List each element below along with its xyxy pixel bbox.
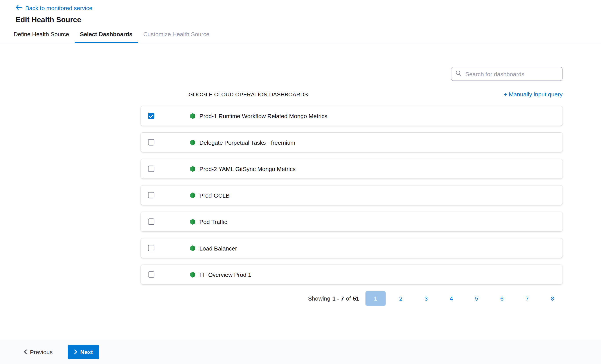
dashboard-label: Load Balancer	[200, 245, 237, 251]
chevron-left-icon	[24, 349, 27, 355]
edit-health-source-page: Back to monitored service Edit Health So…	[0, 0, 601, 364]
search-icon	[455, 70, 461, 78]
showing-total: 51	[353, 295, 359, 302]
dashboard-hexagon-icon	[190, 245, 196, 251]
previous-button-label: Previous	[30, 349, 52, 355]
page-button-8[interactable]: 8	[542, 291, 563, 306]
page-button-4[interactable]: 4	[441, 291, 461, 306]
dashboard-checkbox[interactable]	[148, 166, 154, 172]
page-title: Edit Health Source	[16, 16, 601, 24]
dashboard-row-main: Delegate Perpetual Tasks - freemium	[190, 139, 295, 146]
dashboard-checkbox[interactable]	[148, 271, 154, 277]
dashboard-search-box	[451, 67, 562, 81]
next-button-label: Next	[80, 349, 93, 355]
dashboard-label: Prod-1 Runtime Workflow Related Mongo Me…	[200, 113, 328, 119]
dashboard-checkbox[interactable]	[148, 245, 154, 251]
dashboard-row-main: Load Balancer	[190, 245, 237, 251]
dashboard-row[interactable]: Pod Traffic	[141, 212, 563, 231]
tab-define-health-source[interactable]: Define Health Source	[8, 31, 74, 43]
next-button[interactable]: Next	[68, 345, 99, 359]
list-header: GOOGLE CLOUD OPERATION DASHBOARDS + Manu…	[141, 91, 563, 98]
dashboard-label: Delegate Perpetual Tasks - freemium	[200, 139, 295, 146]
dashboard-row-main: Prod-1 Runtime Workflow Related Mongo Me…	[190, 113, 328, 119]
showing-of: of	[346, 295, 351, 302]
dashboard-checkbox[interactable]	[148, 218, 154, 225]
dashboard-hexagon-icon	[190, 113, 196, 119]
dashboard-row[interactable]: Prod-1 Runtime Workflow Related Mongo Me…	[141, 106, 563, 126]
dashboard-hexagon-icon	[190, 139, 196, 146]
tab-customize-health-source[interactable]: Customize Health Source	[138, 31, 215, 43]
dashboard-hexagon-icon	[190, 192, 196, 198]
dashboard-group-title: GOOGLE CLOUD OPERATION DASHBOARDS	[189, 91, 308, 97]
dashboard-row[interactable]: Prod-2 YAML GitSync Mongo Metrics	[141, 159, 563, 179]
pagination: Showing 1 - 7 of 51 12345678	[141, 291, 563, 306]
page-button-6[interactable]: 6	[492, 291, 512, 306]
dashboard-label: FF Overview Prod 1	[200, 271, 251, 278]
dashboard-row-main: Prod-2 YAML GitSync Mongo Metrics	[190, 166, 296, 172]
pagination-pages: 12345678	[365, 291, 563, 306]
showing-range: 1 - 7	[332, 295, 344, 302]
dashboard-hexagon-icon	[190, 166, 196, 172]
dashboard-row[interactable]: Load Balancer	[141, 238, 563, 258]
tab-select-dashboards[interactable]: Select Dashboards	[74, 31, 138, 43]
page-button-1[interactable]: 1	[365, 291, 386, 306]
manually-input-query-link[interactable]: + Manually input query	[504, 91, 563, 98]
page-button-3[interactable]: 3	[416, 291, 436, 306]
dashboard-row[interactable]: FF Overview Prod 1	[141, 265, 563, 284]
dashboard-label: Prod-2 YAML GitSync Mongo Metrics	[200, 166, 296, 172]
wizard-tabbar: Define Health Source Select Dashboards C…	[0, 31, 601, 43]
dashboard-checkbox[interactable]	[148, 113, 154, 119]
dashboard-row-main: Prod-GCLB	[190, 192, 230, 198]
back-arrow-icon	[16, 5, 22, 11]
page-button-2[interactable]: 2	[391, 291, 411, 306]
back-link[interactable]: Back to monitored service	[16, 5, 92, 11]
dashboard-row[interactable]: Prod-GCLB	[141, 185, 563, 205]
dashboard-label: Prod-GCLB	[200, 192, 230, 198]
footer-bar: Previous Next	[0, 340, 601, 364]
page-header: Back to monitored service Edit Health So…	[0, 0, 601, 24]
page-button-7[interactable]: 7	[517, 291, 537, 306]
dashboard-row[interactable]: Delegate Perpetual Tasks - freemium	[141, 133, 563, 152]
dashboard-row-main: Pod Traffic	[190, 218, 227, 225]
pagination-summary: Showing 1 - 7 of 51	[308, 295, 359, 302]
search-input[interactable]	[464, 70, 558, 78]
dashboard-checkbox[interactable]	[148, 139, 154, 145]
dashboard-list: Prod-1 Runtime Workflow Related Mongo Me…	[141, 106, 563, 284]
dashboard-hexagon-icon	[190, 271, 196, 278]
dashboard-label: Pod Traffic	[200, 218, 227, 225]
dashboard-checkbox[interactable]	[148, 192, 154, 198]
main-content: GOOGLE CLOUD OPERATION DASHBOARDS + Manu…	[141, 43, 563, 306]
previous-button[interactable]: Previous	[21, 348, 55, 356]
showing-prefix: Showing	[308, 295, 330, 302]
dashboard-hexagon-icon	[190, 218, 196, 225]
page-button-5[interactable]: 5	[466, 291, 487, 306]
back-link-label: Back to monitored service	[25, 5, 92, 11]
dashboard-row-main: FF Overview Prod 1	[190, 271, 251, 278]
chevron-right-icon	[74, 349, 78, 355]
